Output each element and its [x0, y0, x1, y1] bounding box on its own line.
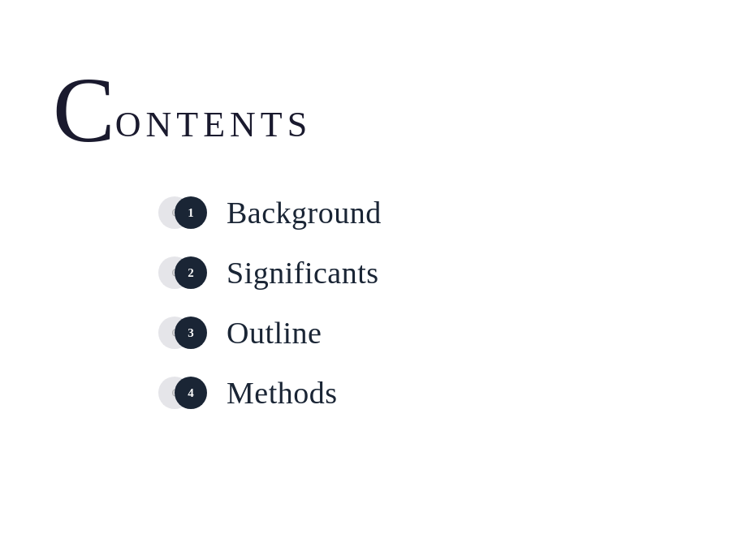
badge-foreground: 4 — [175, 377, 207, 409]
badge-foreground: 3 — [175, 317, 207, 349]
item-label: Outline — [227, 315, 322, 351]
badge-fg-number: 3 — [188, 326, 194, 340]
list-item: 0 2 Significants — [158, 255, 382, 291]
list-item: 0 3 Outline — [158, 315, 382, 351]
badge-group: 0 1 — [158, 196, 209, 230]
list-item: 0 1 Background — [158, 195, 382, 230]
item-label: Significants — [227, 255, 379, 291]
badge-fg-number: 4 — [188, 386, 194, 400]
badge-group: 0 2 — [158, 256, 209, 290]
badge-group: 0 3 — [158, 316, 209, 350]
item-label: Background — [227, 195, 382, 230]
badge-fg-number: 1 — [188, 206, 194, 220]
title-area: C ONTENTS — [53, 63, 312, 157]
title-letter-c: C — [53, 63, 114, 157]
badge-foreground: 2 — [175, 256, 207, 289]
item-label: Methods — [227, 375, 338, 411]
badge-foreground: 1 — [175, 196, 207, 229]
page: C ONTENTS 0 1 Background 0 2 — [0, 0, 747, 560]
contents-list: 0 1 Background 0 2 Significants 0 — [158, 195, 382, 420]
list-item: 0 4 Methods — [158, 375, 382, 411]
title-rest: ONTENTS — [115, 104, 312, 145]
badge-group: 0 4 — [158, 376, 209, 410]
badge-fg-number: 2 — [188, 266, 194, 280]
